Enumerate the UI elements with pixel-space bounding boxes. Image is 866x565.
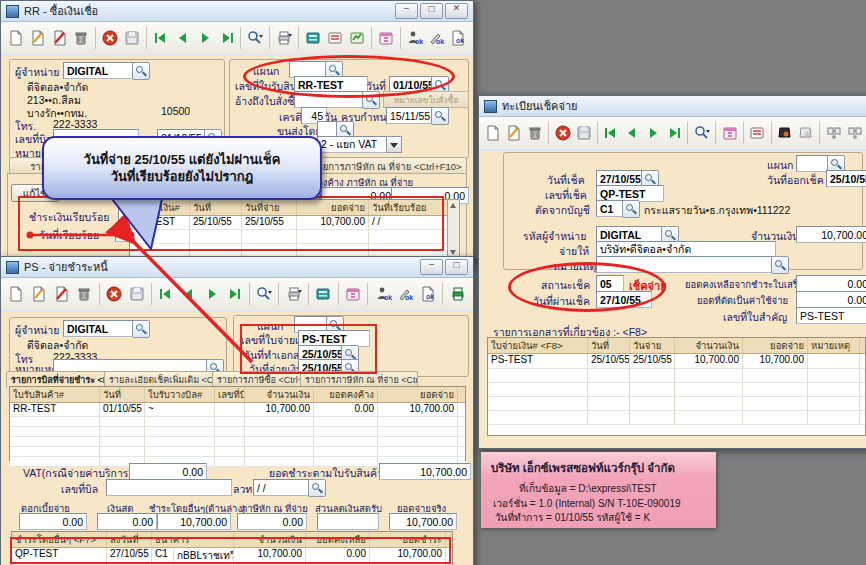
nav-last-icon[interactable] [223, 283, 246, 306]
table-row[interactable] [10, 417, 465, 427]
ps-vat-field[interactable]: 0.00 [129, 463, 207, 480]
calendar-icon[interactable] [719, 122, 740, 145]
nav-first-icon[interactable] [150, 27, 172, 50]
table-row[interactable] [10, 447, 465, 457]
annotation-callout: วันที่จ่าย 25/10/55 แต่ยังไม่ผ่านเช็ค วั… [42, 136, 322, 200]
rr-maximize-button[interactable] [420, 3, 443, 19]
save-icon[interactable] [573, 122, 594, 145]
ledger-icon[interactable] [346, 27, 368, 50]
toolbar-separator [371, 27, 372, 49]
printer-green-icon[interactable] [446, 283, 469, 306]
cancel-icon[interactable] [103, 283, 126, 306]
table-row[interactable] [488, 397, 865, 411]
book-ok-icon[interactable]: ok [447, 27, 469, 50]
person-ok-icon[interactable]: ok [371, 283, 394, 306]
edit-doc-red-icon[interactable] [49, 27, 71, 50]
delete-icon[interactable] [525, 122, 546, 145]
nav-next-icon[interactable] [200, 283, 223, 306]
ps-sum-cash-field[interactable]: 0.00 [97, 513, 157, 530]
ps-maximize-button[interactable] [445, 259, 468, 275]
table-row[interactable] [10, 437, 465, 447]
print-icon[interactable] [273, 27, 295, 50]
pencil-ok-icon[interactable]: ok [394, 283, 417, 306]
edit-doc-icon[interactable] [504, 122, 525, 145]
nav-first-icon[interactable] [601, 122, 622, 145]
ps-bill2-search-icon[interactable] [308, 479, 326, 497]
find-icon[interactable] [691, 122, 712, 145]
edit-doc-icon[interactable] [28, 283, 51, 306]
new-doc-icon[interactable] [5, 27, 27, 50]
rr-minimize-button[interactable] [395, 3, 418, 19]
calendar-icon[interactable] [375, 27, 397, 50]
cheque-account-search-icon[interactable] [622, 200, 640, 218]
ps-sum-interest-field[interactable]: 0.00 [19, 513, 87, 530]
table-row[interactable] [488, 411, 865, 425]
cheque-titlebar[interactable]: ทะเบียนเช็คจ่าย [479, 96, 866, 117]
table-row[interactable]: PS-TEST 25/10/55 25/10/55 10,700.00 10,7… [488, 354, 865, 369]
nav-prev-icon[interactable] [172, 27, 194, 50]
cards-icon[interactable] [747, 122, 768, 145]
delete-icon[interactable] [71, 27, 93, 50]
table-row[interactable] [10, 427, 465, 437]
cancel-icon[interactable] [99, 27, 121, 50]
edit-doc-icon[interactable] [27, 27, 49, 50]
ps-vendor-code-field[interactable]: DIGITAL [63, 320, 137, 337]
find-icon[interactable] [253, 283, 276, 306]
new-doc-icon[interactable] [483, 122, 504, 145]
nav-first-icon[interactable] [155, 283, 178, 306]
edit-doc-red-icon[interactable] [50, 283, 73, 306]
book-ok-icon[interactable]: ok [417, 283, 440, 306]
link-icon[interactable] [823, 122, 844, 145]
table-row[interactable] [488, 383, 865, 397]
ps-sum-wht-field[interactable]: 0.00 [237, 513, 307, 530]
cancel-icon[interactable] [552, 122, 573, 145]
register-icon[interactable] [312, 283, 335, 306]
ps-col-date: วันที่ [100, 387, 145, 402]
rr-table-scrollbar[interactable] [447, 199, 460, 259]
cards-icon[interactable] [324, 27, 346, 50]
rr-vendor-code-field[interactable]: DIGITAL [63, 62, 137, 79]
table-row[interactable]: RR-TEST 01/10/55 ~ 10,700.00 0.00 10,700… [10, 403, 465, 417]
rr-titlebar[interactable]: RR - ซื้อเงินเชื่อ [1, 1, 473, 22]
table-row[interactable] [488, 369, 865, 383]
save-icon[interactable] [121, 27, 143, 50]
ps-sum-other-field[interactable]: 10,700.00 [157, 513, 231, 530]
ps-minimize-button[interactable] [420, 259, 443, 275]
rr-close-button[interactable] [445, 3, 468, 19]
ps-sum-discount-field[interactable] [317, 513, 379, 530]
nav-next-icon[interactable] [643, 122, 664, 145]
register-icon[interactable] [302, 27, 324, 50]
pencil-ok-icon[interactable]: ok [425, 27, 447, 50]
nav-prev-icon[interactable] [178, 283, 201, 306]
rr-price-type-combo[interactable]: 2 - แยก VAT [317, 136, 391, 153]
nav-last-icon[interactable] [216, 27, 238, 50]
cheque-note-search-icon[interactable] [771, 256, 789, 274]
rr-vendor-search-icon[interactable] [132, 62, 150, 80]
rr-tab-wht[interactable]: รายการภาษีหัก ณ ที่จ่าย <Ctrl+F10> [307, 157, 467, 174]
ps-titlebar[interactable]: PS - จ่ายชำระหนี้ [1, 257, 473, 278]
ps-bill2-date-field[interactable]: / / [253, 479, 313, 496]
ps-bill2-field[interactable] [106, 479, 232, 496]
save-icon[interactable] [125, 283, 148, 306]
desktop: RR - ซื้อเงินเชื่อ okokok ผู้จำหน่าย DIG… [0, 0, 866, 565]
nav-next-icon[interactable] [194, 27, 216, 50]
stamp-black-icon[interactable] [775, 122, 796, 145]
find-icon[interactable] [244, 27, 266, 50]
nav-prev-icon[interactable] [622, 122, 643, 145]
calendar-icon[interactable] [342, 283, 365, 306]
nav-last-icon[interactable] [664, 122, 685, 145]
link-icon[interactable] [844, 122, 865, 145]
toolbar-separator [367, 283, 368, 305]
person-ok-icon[interactable]: ok [404, 27, 426, 50]
rr-price-type-dropdown-icon[interactable] [386, 136, 402, 153]
new-doc-icon[interactable] [5, 283, 28, 306]
rr-due-field[interactable]: 15/11/55 [386, 107, 436, 124]
ps-bill2-date-label: ลวท. [233, 481, 255, 498]
ps-vendor-search-icon[interactable] [132, 320, 150, 338]
stamp-gray-icon[interactable] [796, 122, 817, 145]
rr-due-search-icon[interactable] [431, 107, 449, 125]
cheque-issue-date-field[interactable]: 25/10/55 [826, 170, 866, 187]
annotation-rect-ps-dates [240, 324, 377, 374]
delete-icon[interactable] [73, 283, 96, 306]
print-icon[interactable] [282, 283, 305, 306]
